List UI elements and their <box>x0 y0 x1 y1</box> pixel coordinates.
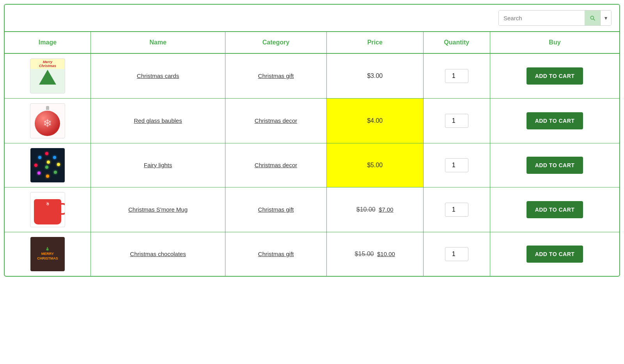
product-name-cell[interactable]: Fairy lights <box>90 143 225 187</box>
table-row: Fairy lightsChristmas decor$5.00ADD TO C… <box>5 143 619 187</box>
quantity-input[interactable] <box>445 203 468 217</box>
product-price-cell: $10.00 $7.00 <box>326 187 423 232</box>
col-quantity: Quantity <box>423 32 490 53</box>
product-buy-cell: ADD TO CART <box>490 187 619 232</box>
light-dot <box>37 171 41 175</box>
product-quantity-cell <box>423 99 490 143</box>
product-category-cell[interactable]: Christmas gift <box>225 232 327 276</box>
product-image-cell <box>5 99 90 143</box>
product-category-cell[interactable]: Christmas decor <box>225 99 327 143</box>
search-input[interactable] <box>499 11 585 25</box>
product-image-cell <box>5 143 90 187</box>
product-category-link[interactable]: Christmas gift <box>258 251 294 257</box>
price-original: $15.00 <box>355 251 374 257</box>
table-row: MerryChristmas Christmas cardsChristmas … <box>5 53 619 99</box>
col-name: Name <box>90 32 225 53</box>
product-name-cell[interactable]: Red glass baubles <box>90 99 225 143</box>
light-dot <box>45 166 48 169</box>
product-table: Image Name Category Price Quantity Buy M… <box>5 32 619 276</box>
table-header-row: Image Name Category Price Quantity Buy <box>5 32 619 53</box>
product-image <box>30 103 65 138</box>
col-category: Category <box>225 32 327 53</box>
product-category-cell[interactable]: Christmas gift <box>225 53 327 99</box>
mug-body: ☃ <box>34 199 61 224</box>
product-name-link[interactable]: Christmas chocolates <box>130 251 186 257</box>
table-row: Red glass baublesChristmas decor$4.00ADD… <box>5 99 619 143</box>
search-dropdown-button[interactable]: ▾ <box>600 11 611 25</box>
price-sale[interactable]: $10.00 <box>377 251 395 257</box>
product-price-cell: $15.00 $10.00 <box>326 232 423 276</box>
product-name-link[interactable]: Fairy lights <box>144 162 172 168</box>
col-image: Image <box>5 32 90 53</box>
product-image: 🎄MERRYCHRISTMAS <box>30 237 65 271</box>
product-name-link[interactable]: Red glass baubles <box>134 117 182 124</box>
choco-label: 🎄MERRYCHRISTMAS <box>37 247 58 261</box>
product-image <box>30 148 65 182</box>
table-row: 🎄MERRYCHRISTMAS Christmas chocolatesChri… <box>5 232 619 276</box>
product-name-link[interactable]: Christmas S'more Mug <box>128 206 188 213</box>
search-icon <box>589 15 596 21</box>
product-buy-cell: ADD TO CART <box>490 232 619 276</box>
light-dot <box>34 164 37 167</box>
light-dot <box>54 171 57 174</box>
mug-handle <box>61 203 65 215</box>
price-sale[interactable]: $7.00 <box>379 206 394 213</box>
product-quantity-cell <box>423 232 490 276</box>
search-button[interactable] <box>585 11 600 25</box>
product-price-cell: $4.00 <box>326 99 423 143</box>
product-name-cell[interactable]: Christmas cards <box>90 53 225 99</box>
header-bar: ▾ <box>5 5 619 32</box>
quantity-input[interactable] <box>445 114 468 128</box>
bauble-top <box>46 106 49 110</box>
product-name-cell[interactable]: Christmas chocolates <box>90 232 225 276</box>
product-quantity-cell <box>423 187 490 232</box>
product-price-cell: $3.00 <box>326 53 423 99</box>
col-price: Price <box>326 32 423 53</box>
light-dot <box>53 156 56 159</box>
bauble-body <box>35 111 60 136</box>
price-original: $10.00 <box>356 206 376 213</box>
product-name-link[interactable]: Christmas cards <box>137 72 179 79</box>
product-category-cell[interactable]: Christmas gift <box>225 187 327 232</box>
light-dot <box>45 152 48 155</box>
product-name-cell[interactable]: Christmas S'more Mug <box>90 187 225 232</box>
product-buy-cell: ADD TO CART <box>490 99 619 143</box>
mug-label: ☃ <box>34 199 61 206</box>
add-to-cart-button[interactable]: ADD TO CART <box>526 112 583 129</box>
light-dot <box>57 163 60 166</box>
product-buy-cell: ADD TO CART <box>490 53 619 99</box>
tree-icon <box>39 70 56 85</box>
product-category-cell[interactable]: Christmas decor <box>225 143 327 187</box>
search-container: ▾ <box>498 10 612 26</box>
product-quantity-cell <box>423 143 490 187</box>
product-image-cell: ☃ <box>5 187 90 232</box>
product-image-cell: MerryChristmas <box>5 53 90 99</box>
product-price-cell: $5.00 <box>326 143 423 187</box>
page-wrapper: ▾ Image Name Category Price Quantity Buy… <box>4 4 620 277</box>
product-image: MerryChristmas <box>30 58 65 94</box>
product-category-link[interactable]: Christmas gift <box>258 72 294 79</box>
add-to-cart-button[interactable]: ADD TO CART <box>526 67 583 85</box>
add-to-cart-button[interactable]: ADD TO CART <box>526 246 583 263</box>
product-quantity-cell <box>423 53 490 99</box>
quantity-input[interactable] <box>445 158 468 172</box>
product-category-link[interactable]: Christmas decor <box>255 117 297 124</box>
product-buy-cell: ADD TO CART <box>490 143 619 187</box>
table-row: ☃ Christmas S'more MugChristmas gift$10.… <box>5 187 619 232</box>
quantity-input[interactable] <box>445 69 468 83</box>
light-dot <box>38 156 41 159</box>
mug-container: ☃ <box>34 199 61 224</box>
add-to-cart-button[interactable]: ADD TO CART <box>526 157 583 174</box>
light-dot <box>46 175 49 178</box>
product-category-link[interactable]: Christmas gift <box>258 206 294 213</box>
col-buy: Buy <box>490 32 619 53</box>
light-dot <box>47 161 50 164</box>
product-image-cell: 🎄MERRYCHRISTMAS <box>5 232 90 276</box>
card-text: MerryChristmas <box>39 60 56 68</box>
add-to-cart-button[interactable]: ADD TO CART <box>526 201 583 218</box>
product-category-link[interactable]: Christmas decor <box>255 162 297 168</box>
quantity-input[interactable] <box>445 247 468 261</box>
product-image: ☃ <box>30 192 65 227</box>
